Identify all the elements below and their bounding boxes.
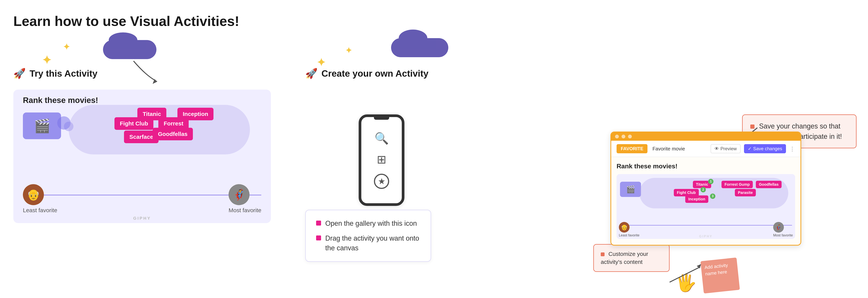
more-options-button[interactable]: ⋮ <box>789 145 795 152</box>
arrow-decoration-left <box>130 59 158 84</box>
save-changes-label: Save changes <box>753 146 782 152</box>
mini-avatar-left-container: 👴 Least favorite <box>619 222 640 237</box>
movie-tag-goodfellas[interactable]: Goodfellas <box>153 128 193 140</box>
sticky-note: Add activity name here <box>701 258 740 294</box>
star-icon-left-1: ✦ <box>42 54 52 67</box>
section-label-left: 🚀 Try this Activity <box>13 68 97 79</box>
phone-grid-icon[interactable]: ⊞ <box>377 153 386 166</box>
camera-area-left: 🎬 <box>23 112 70 147</box>
editor-toolbar: FAVORITE Favorite movie 👁 Preview ✓ Save… <box>611 141 801 157</box>
preview-label: Preview <box>720 146 737 152</box>
phone-mockup: 🔍 ⊞ ★ <box>359 114 404 206</box>
mini-activity-canvas: 🎬 Titanic Fight Club Forrest Gump Incept… <box>617 174 795 239</box>
mini-giphy: GIPHY <box>699 235 713 238</box>
instruction-dot-2 <box>316 235 321 240</box>
star-icon-middle-1: ✦ <box>317 56 326 69</box>
phone-activity-icon[interactable]: ★ <box>374 174 389 189</box>
check-icon: ✓ <box>748 146 752 152</box>
editor-body: Rank these movies! 🎬 Titanic Fight Club … <box>611 157 801 245</box>
phone-notch <box>374 116 389 120</box>
star-icon-middle-2: ✦ <box>345 46 352 55</box>
mini-tag-goodfellas[interactable]: Goodfellas <box>756 181 782 188</box>
badge-3: 3 <box>710 194 715 199</box>
avatar-right-container: 🦸 Most favorite <box>228 184 261 213</box>
preview-button[interactable]: 👁 Preview <box>711 144 741 153</box>
editor-title-bar <box>611 132 801 141</box>
section-title-left: Try this Activity <box>30 68 97 79</box>
eye-icon: 👁 <box>714 146 719 152</box>
most-favorite-label-left: Most favorite <box>228 207 261 213</box>
save-changes-button[interactable]: ✓ Save changes <box>744 144 786 153</box>
star-icon-left-2: ✦ <box>63 42 70 52</box>
mini-avatar-right-container: 🦸 Most favorite <box>773 222 793 237</box>
editor-dot-3 <box>628 135 632 138</box>
activity-canvas-left: Rank these movies! 🎬 Titanic Fight Club … <box>13 90 271 223</box>
separator-line-left <box>23 195 261 195</box>
rocket-icon-middle: 🚀 <box>305 68 318 79</box>
movie-tag-fightclub[interactable]: Fight Club <box>115 117 153 130</box>
mini-least-favorite: Least favorite <box>619 233 640 237</box>
editor-activity-title: Rank these movies! <box>617 162 795 170</box>
editor-dot-1 <box>615 135 619 138</box>
camera-icon-left: 🎬 <box>23 112 61 139</box>
phone-search-icon[interactable]: 🔍 <box>374 132 389 145</box>
instruction-text-1: Open the gallery with this icon <box>325 219 417 228</box>
instruction-box: Open the gallery with this icon Drag the… <box>305 210 431 262</box>
badge-1: 1 <box>708 179 713 184</box>
instruction-text-2: Drag the activity you want onto the canv… <box>325 234 420 253</box>
movie-tag-inception[interactable]: Inception <box>178 108 214 120</box>
avatar-left-container: 👴 Least favorite <box>23 184 57 213</box>
mini-tag-parasite[interactable]: Parasite <box>735 189 756 196</box>
mini-most-favorite: Most favorite <box>773 233 793 237</box>
badge-2: 2 <box>701 187 706 192</box>
section-label-middle: 🚀 Create your own Activity <box>305 68 429 79</box>
sticky-note-text: Add activity name here <box>704 261 735 277</box>
cloud-decoration-middle <box>391 38 448 57</box>
avatar-right: 🦸 <box>228 184 250 205</box>
cloud-decoration-left <box>103 40 156 59</box>
editor-dot-2 <box>622 135 625 138</box>
customize-callout: Customize your activity's content <box>593 244 670 272</box>
customize-callout-text: Customize your activity's content <box>601 251 648 265</box>
editor-window: FAVORITE Favorite movie 👁 Preview ✓ Save… <box>611 132 801 245</box>
customize-callout-dot <box>601 253 604 256</box>
section-title-middle: Create your own Activity <box>321 68 429 79</box>
instruction-item-1: Open the gallery with this icon <box>316 219 420 228</box>
mini-camera-icon: 🎬 <box>620 182 641 197</box>
mini-separator <box>620 225 792 226</box>
mini-avatar-left: 👴 <box>619 222 629 233</box>
activity-title-left: Rank these movies! <box>23 96 98 105</box>
editor-title-field[interactable]: Favorite movie <box>651 144 707 153</box>
least-favorite-label-left: Least favorite <box>23 207 57 213</box>
instruction-dot-1 <box>316 221 321 226</box>
avatar-left: 👴 <box>23 184 44 205</box>
mini-tag-forrest[interactable]: Forrest Gump <box>721 181 753 188</box>
rocket-icon-left: 🚀 <box>13 68 26 79</box>
page-title: Learn how to use Visual Activities! <box>13 13 239 29</box>
mini-avatar-right: 🦸 <box>773 222 784 233</box>
mini-tag-inception[interactable]: Inception <box>685 195 708 203</box>
arrow-customize <box>666 263 704 286</box>
giphy-label-left: GIPHY <box>133 216 151 221</box>
editor-tab[interactable]: FAVORITE <box>617 144 648 153</box>
instruction-item-2: Drag the activity you want onto the canv… <box>316 234 420 253</box>
